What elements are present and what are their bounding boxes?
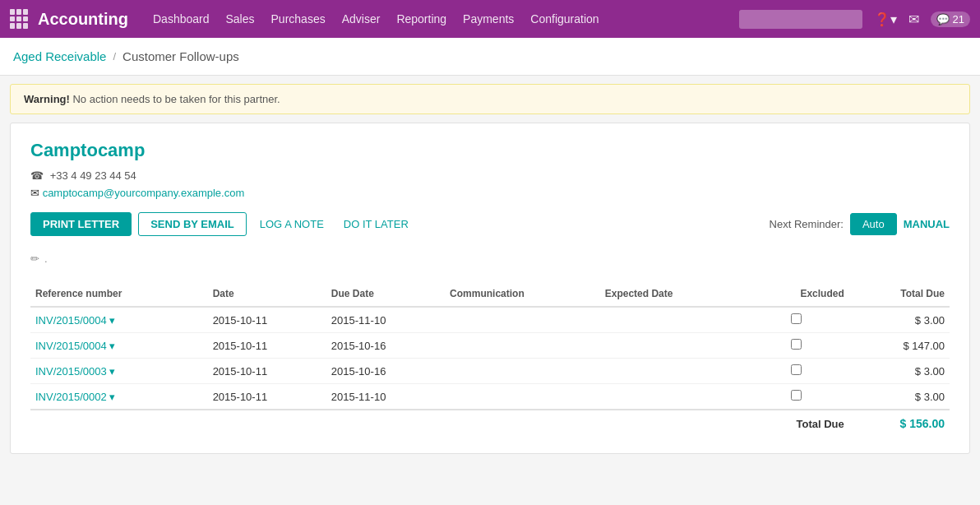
manual-button[interactable]: MANUAL: [904, 218, 950, 230]
do-it-later-button[interactable]: DO IT LATER: [337, 213, 415, 235]
phone-icon: ☎: [30, 169, 44, 182]
nav-dashboard[interactable]: Dashboard: [153, 9, 210, 29]
cell-ref: INV/2015/0004 ▾: [30, 333, 208, 359]
cell-total-due: $ 3.00: [849, 307, 950, 333]
email-icon: ✉: [30, 187, 39, 199]
cell-excluded: [743, 384, 849, 410]
breadcrumb-current: Customer Follow-ups: [122, 49, 239, 63]
top-navigation: Accounting Dashboard Sales Purchases Adv…: [0, 0, 980, 38]
col-communication: Communication: [445, 281, 600, 307]
nav-sales[interactable]: Sales: [226, 9, 255, 29]
send-by-email-button[interactable]: SEND BY EMAIL: [138, 212, 247, 236]
notifications-badge[interactable]: 💬 21: [931, 12, 970, 27]
log-a-note-button[interactable]: LOG A NOTE: [253, 213, 331, 235]
col-excluded: Excluded: [743, 281, 849, 307]
col-expected-date: Expected Date: [600, 281, 743, 307]
company-name: Camptocamp: [30, 140, 950, 161]
total-value: $ 156.00: [849, 410, 950, 437]
search-input[interactable]: [739, 10, 862, 29]
breadcrumb-parent[interactable]: Aged Receivable: [13, 49, 106, 63]
auto-button[interactable]: Auto: [850, 213, 897, 235]
cell-due-date: 2015-10-16: [326, 359, 445, 384]
invoice-link[interactable]: INV/2015/0004 ▾: [35, 314, 115, 327]
cell-total-due: $ 147.00: [849, 333, 950, 359]
cell-due-date: 2015-11-10: [326, 307, 445, 333]
excluded-checkbox[interactable]: [791, 364, 802, 375]
next-reminder-label: Next Reminder:: [770, 218, 844, 230]
nav-right: ❓▾ ✉ 💬 21: [739, 10, 970, 29]
pencil-icon: ✏: [30, 252, 39, 265]
invoice-link[interactable]: INV/2015/0002 ▾: [35, 391, 115, 403]
phone-number: +33 4 49 23 44 54: [50, 169, 136, 182]
cell-communication: [445, 307, 600, 333]
cell-communication: [445, 333, 600, 359]
table-row: INV/2015/0004 ▾ 2015-10-11 2015-10-16 $ …: [30, 333, 950, 359]
help-icon[interactable]: ❓▾: [874, 12, 897, 27]
total-row: Total Due $ 156.00: [30, 410, 950, 437]
notes-text: .: [44, 252, 48, 265]
breadcrumb-separator: /: [113, 50, 116, 63]
nav-adviser[interactable]: Adviser: [342, 9, 381, 29]
nav-links: Dashboard Sales Purchases Adviser Report…: [153, 9, 739, 29]
col-due-date: Due Date: [326, 281, 445, 307]
nav-configuration[interactable]: Configuration: [530, 9, 599, 29]
col-total-due: Total Due: [849, 281, 950, 307]
contact-email: ✉ camptocamp@yourcompany.example.com: [30, 187, 950, 199]
cell-due-date: 2015-11-10: [326, 384, 445, 410]
email-link[interactable]: camptocamp@yourcompany.example.com: [43, 187, 245, 199]
cell-date: 2015-10-11: [208, 333, 326, 359]
cell-date: 2015-10-11: [208, 384, 326, 410]
cell-excluded: [743, 359, 849, 384]
cell-expected-date: [600, 333, 743, 359]
nav-payments[interactable]: Payments: [463, 9, 514, 29]
cell-expected-date: [600, 359, 743, 384]
excluded-checkbox[interactable]: [791, 313, 802, 324]
cell-ref: INV/2015/0004 ▾: [30, 307, 208, 333]
cell-total-due: $ 3.00: [849, 384, 950, 410]
action-row: PRINT LETTER SEND BY EMAIL LOG A NOTE DO…: [30, 212, 950, 236]
main-card: Camptocamp ☎ +33 4 49 23 44 54 ✉ camptoc…: [10, 123, 970, 454]
reminder-section: Next Reminder: Auto MANUAL: [770, 213, 950, 235]
invoice-table: Reference number Date Due Date Communica…: [30, 281, 950, 437]
col-reference: Reference number: [30, 281, 208, 307]
nav-purchases[interactable]: Purchases: [271, 9, 326, 29]
cell-date: 2015-10-11: [208, 359, 326, 384]
contact-phone: ☎ +33 4 49 23 44 54: [30, 169, 950, 182]
col-date: Date: [208, 281, 326, 307]
warning-label: Warning!: [24, 93, 70, 105]
total-label: Total Due: [743, 410, 849, 437]
app-grid-icon[interactable]: [10, 9, 30, 29]
excluded-checkbox[interactable]: [791, 339, 802, 350]
invoice-link[interactable]: INV/2015/0003 ▾: [35, 365, 115, 378]
nav-reporting[interactable]: Reporting: [396, 9, 446, 29]
mail-icon[interactable]: ✉: [908, 12, 919, 27]
cell-expected-date: [600, 384, 743, 410]
cell-total-due: $ 3.00: [849, 359, 950, 384]
notes-area: ✏ .: [30, 252, 950, 265]
cell-expected-date: [600, 307, 743, 333]
table-row: INV/2015/0003 ▾ 2015-10-11 2015-10-16 $ …: [30, 359, 950, 384]
cell-communication: [445, 359, 600, 384]
cell-excluded: [743, 307, 849, 333]
warning-message: No action needs to be taken for this par…: [72, 93, 280, 105]
app-title: Accounting: [38, 10, 128, 29]
cell-due-date: 2015-10-16: [326, 333, 445, 359]
cell-excluded: [743, 333, 849, 359]
cell-ref: INV/2015/0002 ▾: [30, 384, 208, 410]
table-row: INV/2015/0004 ▾ 2015-10-11 2015-11-10 $ …: [30, 307, 950, 333]
warning-bar: Warning! No action needs to be taken for…: [10, 84, 970, 114]
cell-communication: [445, 384, 600, 410]
cell-date: 2015-10-11: [208, 307, 326, 333]
cell-ref: INV/2015/0003 ▾: [30, 359, 208, 384]
excluded-checkbox[interactable]: [791, 390, 802, 401]
table-row: INV/2015/0002 ▾ 2015-10-11 2015-11-10 $ …: [30, 384, 950, 410]
breadcrumb: Aged Receivable / Customer Follow-ups: [0, 38, 980, 76]
invoice-link[interactable]: INV/2015/0004 ▾: [35, 340, 115, 352]
print-letter-button[interactable]: PRINT LETTER: [30, 212, 132, 236]
